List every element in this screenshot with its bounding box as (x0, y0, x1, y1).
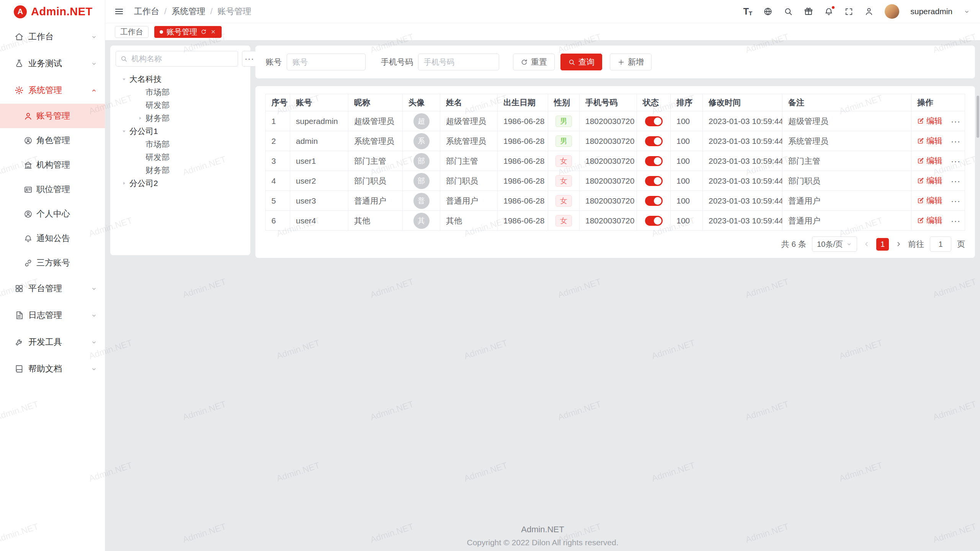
chevron-down-icon[interactable] (964, 8, 970, 15)
sidebar-subitem-third-account[interactable]: 三方账号 (0, 251, 105, 275)
user-avatar: 其 (413, 213, 430, 229)
column-header-7: 手机号码 (580, 94, 637, 111)
row-more-button[interactable]: ··· (951, 156, 960, 166)
org-search-input[interactable] (131, 54, 234, 64)
sidebar-item-platform-manage[interactable]: 平台管理 (0, 275, 105, 302)
cell-remark: 普通用户 (782, 191, 911, 211)
sidebar-item-workbench[interactable]: 工作台 (0, 23, 105, 50)
column-header-8: 状态 (637, 94, 671, 111)
sidebar-item-business-test[interactable]: 业务测试 (0, 50, 105, 77)
fullscreen-icon[interactable] (844, 7, 853, 16)
status-toggle[interactable] (645, 156, 663, 166)
edit-button[interactable]: 编辑 (917, 116, 942, 126)
edit-button[interactable]: 编辑 (917, 215, 942, 226)
account-input[interactable] (287, 54, 366, 70)
tab-workbench[interactable]: 工作台 (115, 26, 149, 38)
table-head: 序号账号昵称头像姓名出生日期性别手机号码状态排序修改时间备注操作 (266, 94, 965, 111)
username[interactable]: superadmin (910, 7, 952, 16)
prev-page-button[interactable] (863, 240, 871, 248)
goto-page-input[interactable] (930, 236, 951, 252)
notification-icon[interactable] (824, 7, 833, 16)
tree-node-finance-dept-2[interactable]: 财务部 (116, 164, 245, 177)
cell-account: superadmin (290, 111, 348, 131)
reset-button[interactable]: 重置 (513, 54, 555, 70)
tree-node-finance-dept-1[interactable]: 财务部 (116, 112, 245, 125)
edit-button[interactable]: 编辑 (917, 175, 942, 186)
scrollbar-thumb[interactable] (977, 96, 979, 138)
sidebar-subitem-role-manage[interactable]: 角色管理 (0, 128, 105, 153)
sidebar-subitem-notice[interactable]: 通知公告 (0, 226, 105, 251)
sidebar-subitem-account-manage[interactable]: 账号管理 (0, 104, 105, 128)
cell-name: 系统管理员 (440, 131, 498, 151)
tab-close-icon[interactable] (210, 29, 216, 35)
status-toggle[interactable] (645, 216, 663, 226)
add-button[interactable]: 新增 (610, 54, 652, 70)
page-number-1[interactable]: 1 (876, 238, 889, 251)
next-page-button[interactable] (895, 240, 902, 248)
caret-icon[interactable] (119, 75, 129, 84)
sidebar-item-log-manage[interactable]: 日志管理 (0, 302, 105, 329)
sidebar-item-help-docs[interactable]: 帮助文档 (0, 355, 105, 382)
breadcrumb-item-1[interactable]: 系统管理 (172, 6, 205, 17)
edit-button[interactable]: 编辑 (917, 195, 942, 206)
cell-actions: 编辑··· (911, 111, 965, 131)
status-toggle[interactable] (645, 136, 663, 146)
cell-nickname: 其他 (348, 211, 403, 231)
cell-gender: 女 (548, 211, 580, 231)
cell-account: user2 (290, 171, 348, 191)
status-toggle[interactable] (645, 116, 663, 126)
sidebar-item-dev-tools[interactable]: 开发工具 (0, 329, 105, 355)
gift-icon[interactable] (804, 7, 813, 16)
table-row-admin: 2admin系统管理员系系统管理员1986-06-28男180200307201… (266, 131, 965, 151)
logo[interactable]: A Admin.NET (0, 0, 105, 23)
edit-button[interactable]: 编辑 (917, 155, 942, 166)
avatar[interactable] (885, 4, 899, 19)
tree-node-branch-1[interactable]: 分公司1 (116, 125, 245, 138)
sidebar-subitem-position-manage[interactable]: 职位管理 (0, 177, 105, 202)
cell-order: 100 (671, 131, 703, 151)
sidebar-subitem-personal-center[interactable]: 个人中心 (0, 202, 105, 226)
page-size-select[interactable]: 10条/页 (812, 236, 857, 252)
org-more-button[interactable]: ··· (242, 51, 257, 67)
row-more-button[interactable]: ··· (951, 216, 960, 226)
breadcrumb-item-0[interactable]: 工作台 (134, 6, 159, 17)
row-more-button[interactable]: ··· (951, 137, 960, 146)
globe-icon[interactable] (763, 7, 773, 16)
tab-refresh-icon[interactable] (201, 29, 207, 35)
cell-order: 100 (671, 191, 703, 211)
column-header-0: 序号 (266, 94, 290, 111)
status-toggle[interactable] (645, 176, 663, 186)
cell-avatar: 部 (403, 171, 440, 191)
tree-node-market-dept-1[interactable]: 市场部 (116, 86, 245, 99)
caret-icon[interactable] (119, 179, 129, 188)
tree-node-market-dept-2[interactable]: 市场部 (116, 138, 245, 151)
caret-icon[interactable] (119, 127, 129, 136)
tree-node-rd-dept-2[interactable]: 研发部 (116, 151, 245, 164)
tree-node-rd-dept-1[interactable]: 研发部 (116, 99, 245, 112)
tree-node-branch-2[interactable]: 分公司2 (116, 177, 245, 190)
cell-actions: 编辑··· (911, 171, 965, 191)
column-header-2: 昵称 (348, 94, 403, 111)
font-size-icon[interactable]: TT (743, 7, 752, 16)
edit-button[interactable]: 编辑 (917, 135, 942, 146)
tree-node-label: 分公司1 (129, 126, 158, 137)
caret-icon[interactable] (136, 114, 145, 123)
collapse-menu-icon[interactable] (114, 7, 124, 16)
sidebar-item-system-manage[interactable]: 系统管理 (0, 77, 105, 104)
status-toggle[interactable] (645, 196, 663, 206)
row-more-button[interactable]: ··· (951, 196, 960, 206)
breadcrumb-separator: / (210, 7, 212, 16)
phone-input[interactable] (418, 54, 499, 70)
sidebar-subitem-org-manage[interactable]: 机构管理 (0, 153, 105, 177)
column-header-6: 性别 (548, 94, 580, 111)
tab-account[interactable]: 账号管理 (154, 26, 222, 38)
tree-node-daming-tech[interactable]: 大名科技 (116, 73, 245, 86)
user-icon (24, 112, 33, 121)
search-icon[interactable] (784, 7, 793, 16)
row-more-button[interactable]: ··· (951, 117, 960, 126)
gender-tag: 女 (555, 155, 572, 167)
row-more-button[interactable]: ··· (951, 176, 960, 186)
sidebar-menu: 工作台业务测试系统管理账号管理角色管理机构管理职位管理个人中心通知公告三方账号平… (0, 23, 105, 382)
query-button[interactable]: 查询 (560, 54, 602, 70)
user-profile-icon[interactable] (864, 7, 874, 16)
